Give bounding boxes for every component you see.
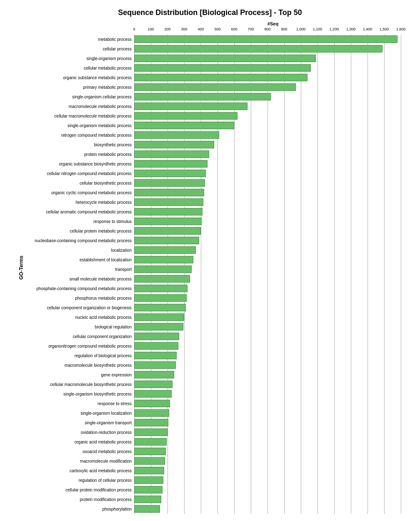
bar-track [134,476,412,484]
x-tick: 400 [198,27,204,31]
bar-row: cellular nitrogen compound metabolic pro… [26,169,412,178]
bar-label: single-organism process [26,56,134,61]
bar-track [134,313,412,321]
bar-fill [134,409,169,417]
bar-row: protein modification process [26,495,412,504]
bar-row: cellular metabolic process [26,63,412,73]
bar-label: phosphorylation [26,507,134,511]
bar-row: oxoacid metabolic process [26,447,412,456]
bar-fill [134,438,167,446]
bar-row: regulation of biological process [26,351,412,360]
bar-row: macromolecule modification [26,456,412,466]
x-axis-top: #Seq 01002003004005006007008009001,0001,… [134,21,412,34]
bar-track [134,35,412,43]
bar-track [134,505,412,513]
bar-label: heterocycle metabolic process [26,200,134,205]
bar-track [134,294,412,302]
bar-label: single-organism localization [26,411,134,416]
bar-label: cellular macromolecule biosynthetic proc… [26,382,134,387]
bar-track [134,438,412,446]
bar-label: cellular aromatic compound metabolic pro… [26,210,134,214]
x-tick: 500 [214,27,220,31]
bar-fill [134,35,398,43]
bar-label: cellular component organization [26,334,134,339]
bar-fill [134,160,208,168]
bar-row: carboxylic acid metabolic process [26,466,412,475]
bar-row: protein metabolic process [26,150,412,159]
chart-title: Sequence Distribution [Biological Proces… [8,8,412,17]
bar-label: nucleic acid metabolic process [26,315,134,320]
bar-track [134,208,412,215]
bar-track [134,285,412,292]
bar-track [134,189,412,196]
bar-label: oxoacid metabolic process [26,449,134,454]
bar-label: biosynthetic process [26,143,134,147]
bar-fill [134,189,204,196]
bar-label: phosphate-containing compound metabolic … [26,286,134,291]
bar-fill [134,83,296,91]
bar-fill [134,64,311,72]
bar-label: response to stimulus [26,219,134,224]
bar-track [134,237,412,244]
bar-label: cellular protein metabolic process [26,229,134,233]
bar-row: nucleobase-containing compound metabolic… [26,236,412,245]
bar-track [134,361,412,369]
bar-fill [134,246,196,254]
x-axis-label: #Seq [134,21,412,26]
bar-row: phosphorus metabolic process [26,293,412,303]
bar-row: cellular biosynthetic process [26,178,412,188]
bar-row: macromolecule metabolic process [26,102,412,111]
bar-label: cellular biosynthetic process [26,181,134,185]
bar-row: cellular protein modification process [26,485,412,494]
bar-track [134,179,412,187]
chart-inner: #Seq 01002003004005006007008009001,0001,… [26,21,412,514]
bar-label: cellular nitrogen compound metabolic pro… [26,171,134,176]
bar-row: organic substance metabolic process [26,73,412,82]
bar-row: transport [26,265,412,274]
bar-track [134,112,412,120]
bar-fill [134,198,203,206]
bar-label: gene expression [26,373,134,377]
bar-fill [134,45,382,53]
bar-fill [134,400,170,407]
bar-label: single-organism transport [26,421,134,425]
bar-track [134,83,412,91]
bar-label: protein metabolic process [26,152,134,157]
bar-label: organic substance metabolic process [26,75,134,80]
bar-row: localization [26,245,412,255]
y-axis-label: GO-Terms [17,21,26,514]
bar-track [134,275,412,283]
bar-label: protein modification process [26,497,134,502]
bar-row: organic cyclic compound metabolic proces… [26,188,412,197]
bar-label: single-organism metabolic process [26,123,134,128]
bar-track [134,496,412,503]
bar-row: phosphate-containing compound metabolic … [26,284,412,293]
bar-label: cellular protein modification process [26,488,134,492]
bar-fill [134,55,316,62]
bar-label: macromolecule biosynthetic process [26,363,134,368]
bar-row: phosphorylation [26,504,412,513]
bar-row: primary metabolic process [26,83,412,92]
bar-track [134,381,412,388]
x-ticks: 01002003004005006007008009001,0001,1001,… [134,27,401,34]
bar-row: small molecule metabolic process [26,274,412,283]
bar-label: phosphorus metabolic process [26,296,134,301]
bar-row: metabolic process [26,35,412,44]
bar-label: regulation of cellular process [26,478,134,483]
bar-fill [134,227,201,235]
bar-fill [134,237,199,244]
bar-fill [134,496,161,503]
bar-label: macromolecule modification [26,459,134,463]
bar-label: single-organism cellular process [26,95,134,99]
bar-row: establishment of localization [26,255,412,264]
bar-track [134,352,412,359]
bar-row: cellular macromolecule biosynthetic proc… [26,380,412,389]
bar-label: biological regulation [26,325,134,329]
x-tick: 1,500 [380,27,389,31]
bar-track [134,64,412,72]
bar-track [134,103,412,110]
x-tick: 700 [248,27,254,31]
bar-track [134,55,412,62]
bar-row: single-organism cellular process [26,92,412,101]
x-tick: 1,300 [346,27,356,31]
